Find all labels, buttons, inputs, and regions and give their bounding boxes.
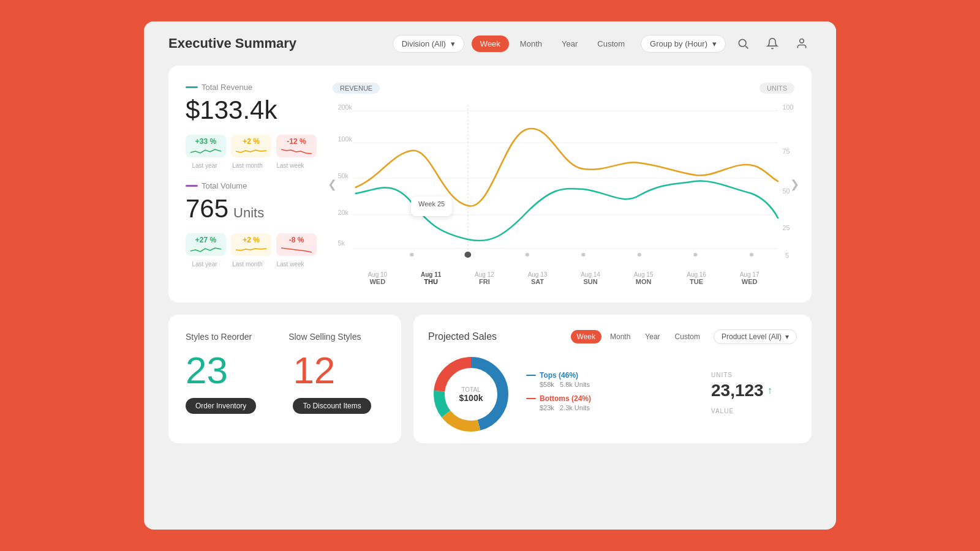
- tops-title-row: Tops (46%): [526, 371, 699, 380]
- notification-icon[interactable]: [763, 34, 782, 53]
- reorder-title: Styles to Reorder: [186, 332, 252, 342]
- product-level-dropdown[interactable]: Product Level (All) ▾: [714, 329, 797, 344]
- units-up-arrow: ↑: [767, 385, 772, 396]
- styles-card: Styles to Reorder Slow Selling Styles 23…: [168, 315, 401, 443]
- projected-sales-card: Projected Sales Week Month Year Custom P…: [413, 315, 812, 443]
- badge-labels: Last year Last month Last week: [186, 162, 320, 169]
- x-label-4: Aug 14SUN: [581, 271, 600, 285]
- chevron-down-icon: ▾: [785, 332, 789, 341]
- vol-badge-week: -8 %: [276, 233, 317, 256]
- tooltip-label: Week 25: [418, 200, 445, 208]
- division-dropdown[interactable]: Division (All) ▾: [393, 35, 464, 53]
- svg-text:5k: 5k: [338, 240, 345, 247]
- proj-btn-month[interactable]: Month: [604, 330, 636, 343]
- chart-xaxis: Aug 10WED Aug 11THU Aug 12FRI Aug 13SAT …: [333, 271, 794, 285]
- bottoms-line: [526, 398, 536, 399]
- tops-label: Tops (46%): [540, 371, 578, 380]
- slow-number: 12: [293, 351, 371, 389]
- units-value: 23,123 ↑: [711, 381, 797, 400]
- svg-point-22: [638, 253, 641, 257]
- badge-value: -12 %: [287, 137, 306, 146]
- svg-point-0: [739, 39, 746, 47]
- main-time-filters: Week Month Year Custom: [472, 36, 633, 52]
- bottom-numbers: 23 Order Inventory 12 To Discount Items: [186, 351, 384, 414]
- x-label-3: Aug 13SAT: [528, 271, 548, 285]
- bottoms-label: Bottoms (24%): [540, 394, 591, 403]
- main-content: Total Revenue $133.4k +33 % +2 %: [144, 66, 836, 455]
- bottoms-values: $23k 2.3k Units: [526, 404, 699, 411]
- revenue-badges: +33 % +2 % -12 %: [186, 135, 320, 157]
- line-chart-svg: 200k 100k 50k 20k 5k 100 75 50 25 5: [333, 99, 794, 270]
- volume-section: Total Volume 765 Units +27 %: [186, 181, 320, 268]
- donut-label: TOTAL: [459, 386, 483, 393]
- header-controls: Division (All) ▾ Week Month Year Custom …: [393, 35, 726, 53]
- svg-point-2: [800, 39, 804, 43]
- time-btn-custom[interactable]: Custom: [589, 36, 633, 52]
- revenue-amount: $133.4k: [186, 96, 320, 125]
- badge-value: +2 %: [243, 137, 260, 146]
- tops-line: [526, 375, 536, 376]
- reorder-section: 23 Order Inventory: [186, 351, 256, 414]
- vol-badge-labels: Last year Last month Last week: [186, 261, 320, 268]
- proj-btn-year[interactable]: Year: [639, 330, 666, 343]
- chart-next-button[interactable]: ❯: [790, 178, 799, 191]
- projected-header: Projected Sales Week Month Year Custom P…: [428, 329, 797, 344]
- units-panel: UNITS 23,123 ↑ VALUE: [711, 372, 797, 417]
- donut-value: $100k: [459, 393, 483, 403]
- revenue-card: Total Revenue $133.4k +33 % +2 %: [168, 66, 812, 302]
- x-label-6: Aug 16TUE: [687, 271, 706, 285]
- volume-badges: +27 % +2 % -8 %: [186, 233, 320, 256]
- slow-title: Slow Selling Styles: [288, 332, 361, 342]
- chevron-down-icon: ▾: [451, 39, 455, 48]
- order-inventory-button[interactable]: Order Inventory: [186, 398, 256, 414]
- svg-text:100: 100: [783, 104, 794, 111]
- division-label: Division (All): [402, 39, 446, 48]
- user-icon[interactable]: [792, 34, 812, 53]
- chart-prev-button[interactable]: ❮: [328, 178, 337, 191]
- badge-value: +33 %: [195, 137, 216, 146]
- legend-tops: Tops (46%) $58k 5.8k Units: [526, 371, 699, 388]
- svg-text:50: 50: [783, 188, 790, 195]
- search-icon[interactable]: [733, 34, 753, 53]
- svg-text:200k: 200k: [338, 104, 353, 111]
- svg-text:50k: 50k: [338, 173, 349, 179]
- svg-text:25: 25: [783, 225, 790, 231]
- projected-time-filters: Week Month Year Custom: [571, 330, 706, 343]
- proj-btn-custom[interactable]: Custom: [669, 330, 706, 343]
- badge-label-week: Last week: [271, 162, 309, 169]
- bottom-row: Styles to Reorder Slow Selling Styles 23…: [168, 315, 812, 443]
- badge-label-year: Last year: [186, 162, 224, 169]
- chart-area: REVENUE UNITS Week 25 200k 100k 50k 20k: [333, 83, 794, 285]
- projected-title: Projected Sales: [428, 331, 564, 342]
- time-btn-month[interactable]: Month: [511, 36, 551, 52]
- badge-last-year: +33 %: [186, 135, 226, 157]
- volume-amount: 765 Units: [186, 194, 320, 223]
- donut-chart: TOTAL $100k: [428, 351, 514, 437]
- discount-items-button[interactable]: To Discount Items: [293, 398, 371, 414]
- revenue-label: Total Revenue: [186, 83, 320, 92]
- x-label-0: Aug 10WED: [368, 271, 387, 285]
- chart-svg: Week 25 200k 100k 50k 20k 5k 100 75 50: [333, 99, 794, 270]
- svg-point-21: [581, 253, 585, 257]
- slow-section: 12 To Discount Items: [293, 351, 371, 414]
- bottoms-title-row: Bottoms (24%): [526, 394, 699, 403]
- value-label: VALUE: [711, 408, 797, 414]
- svg-text:100k: 100k: [338, 136, 353, 143]
- volume-label: Total Volume: [186, 181, 320, 190]
- header: Executive Summary Division (All) ▾ Week …: [144, 21, 836, 66]
- units-label: UNITS: [711, 372, 797, 378]
- donut-center: TOTAL $100k: [459, 386, 483, 403]
- reorder-number: 23: [186, 351, 256, 389]
- projected-body: TOTAL $100k Tops (46%) $58k 5.8k Units: [428, 351, 797, 437]
- chart-tooltip: Week 25: [411, 197, 452, 216]
- svg-point-18: [410, 253, 413, 257]
- chart-badge-revenue: REVENUE: [333, 83, 380, 94]
- revenue-left: Total Revenue $133.4k +33 % +2 %: [186, 83, 320, 285]
- x-label-5: Aug 15MON: [634, 271, 654, 285]
- proj-btn-week[interactable]: Week: [571, 330, 601, 343]
- time-btn-year[interactable]: Year: [553, 36, 586, 52]
- badge-label-month: Last month: [228, 162, 266, 169]
- group-label: Group by (Hour): [650, 39, 707, 48]
- group-dropdown[interactable]: Group by (Hour) ▾: [641, 35, 726, 53]
- time-btn-week[interactable]: Week: [472, 36, 509, 52]
